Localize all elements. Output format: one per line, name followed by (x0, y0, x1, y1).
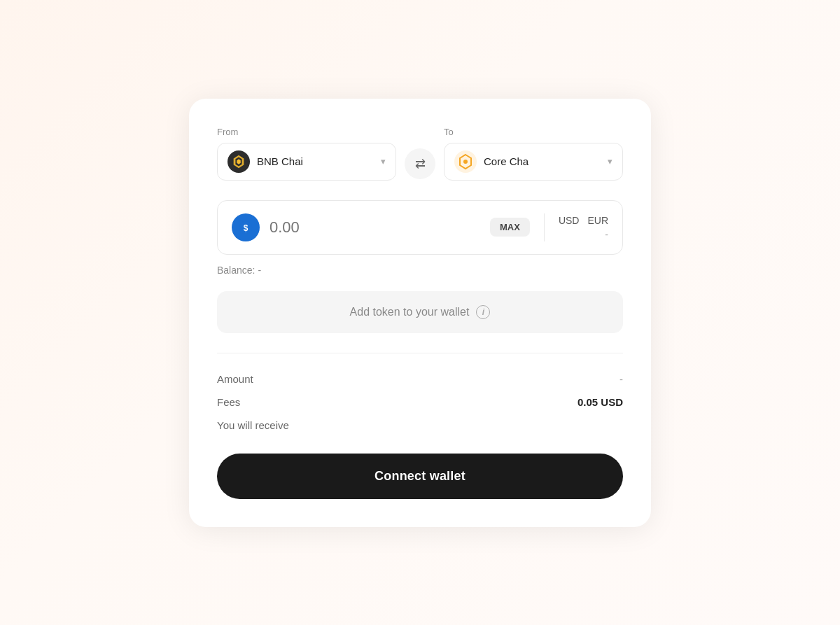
receive-row: You will receive (217, 419, 623, 431)
fees-label: Fees (217, 396, 240, 408)
add-token-button[interactable]: Add token to your wallet i (217, 291, 623, 333)
chain-row: From BNB Chai ▾ ⇄ To (217, 127, 623, 181)
connect-wallet-button[interactable]: Connect wallet (217, 454, 623, 499)
bridge-card: From BNB Chai ▾ ⇄ To (189, 99, 651, 527)
core-icon (454, 150, 477, 173)
amount-value: - (620, 373, 623, 385)
bnb-icon (227, 150, 250, 173)
from-chain-group: From BNB Chai ▾ (217, 127, 396, 181)
swap-button[interactable]: ⇄ (405, 148, 435, 179)
fees-row: Fees 0.05 USD (217, 396, 623, 408)
to-label: To (444, 127, 623, 137)
section-divider (217, 353, 623, 353)
from-label: From (217, 127, 396, 137)
from-chain-selector[interactable]: BNB Chai ▾ (217, 143, 396, 181)
amount-input[interactable] (270, 218, 480, 237)
to-chain-group: To Core Cha ▾ (444, 127, 623, 181)
fees-value: 0.05 USD (578, 396, 623, 408)
svg-text:$: $ (244, 223, 248, 232)
amount-row: Amount - (217, 373, 623, 385)
token-icon: $ (232, 213, 260, 241)
max-button[interactable]: MAX (490, 218, 530, 237)
receive-label: You will receive (217, 419, 289, 431)
to-chain-selector[interactable]: Core Cha ▾ (444, 143, 623, 181)
info-icon: i (476, 305, 490, 319)
currency-group: USD EUR - (559, 215, 608, 240)
usd-option[interactable]: USD (559, 215, 580, 226)
currency-dash: - (605, 229, 608, 240)
balance-row: Balance: - (217, 265, 623, 276)
vertical-divider (544, 213, 545, 241)
amount-box: $ MAX USD EUR - (217, 200, 623, 255)
add-token-label: Add token to your wallet (350, 306, 470, 318)
from-chain-name: BNB Chai (257, 155, 374, 167)
svg-point-4 (463, 160, 468, 164)
to-chevron-icon: ▾ (608, 156, 612, 167)
amount-label: Amount (217, 373, 253, 385)
swap-icon: ⇄ (415, 156, 426, 171)
currency-row: USD EUR (559, 215, 608, 226)
to-chain-name: Core Cha (484, 155, 601, 167)
summary-section: Amount - Fees 0.05 USD You will receive (217, 373, 623, 431)
from-chevron-icon: ▾ (381, 156, 386, 167)
balance-label: Balance: (217, 265, 255, 276)
eur-option[interactable]: EUR (587, 215, 608, 226)
balance-value: - (258, 265, 261, 276)
